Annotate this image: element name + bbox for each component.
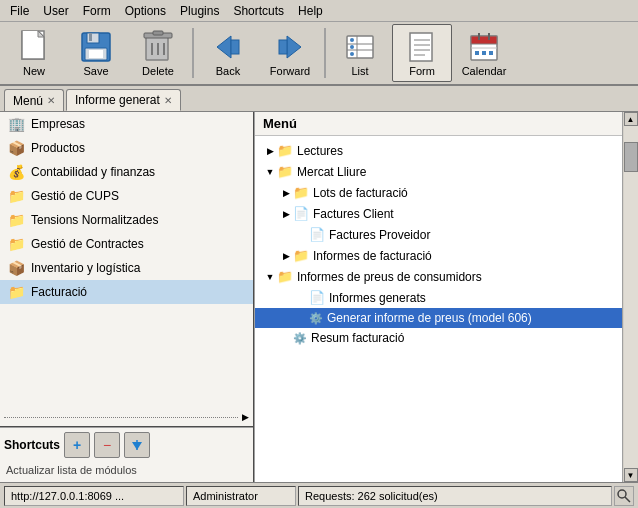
scroll-track[interactable] (624, 126, 638, 468)
menubar: File User Form Options Plugins Shortcuts… (0, 0, 638, 22)
tree-item-informes-preus[interactable]: ▼ 📁 Informes de preus de consumidors (255, 266, 622, 287)
shortcut-down-button[interactable] (124, 432, 150, 458)
list-icon (342, 29, 378, 65)
status-search-icon[interactable] (614, 486, 634, 506)
resum-icon: ⚙️ (293, 332, 307, 345)
empresas-icon: 🏢 (8, 116, 25, 132)
forward-button[interactable]: Forward (260, 24, 320, 82)
expand-arrow[interactable]: ▶ (242, 412, 249, 422)
toolbar: New Save Delete (0, 22, 638, 86)
delete-button[interactable]: Delete (128, 24, 188, 82)
menu-file[interactable]: File (4, 2, 35, 20)
back-button[interactable]: Back (198, 24, 258, 82)
scroll-up-button[interactable]: ▲ (624, 112, 638, 126)
factures-client-arrow[interactable]: ▶ (279, 207, 293, 221)
lots-arrow[interactable]: ▶ (279, 186, 293, 200)
facturacio-icon: 📁 (8, 284, 25, 300)
informes-facturacio-icon: 📁 (293, 248, 309, 263)
form-label: Form (409, 65, 435, 77)
mercat-arrow[interactable]: ▼ (263, 165, 277, 179)
tree-item-mercat[interactable]: ▼ 📁 Mercat Lliure (255, 161, 622, 182)
toolbar-sep-1 (192, 28, 194, 78)
right-panel: Menú ▶ 📁 Lectures ▼ 📁 Mercat Lliure (255, 112, 622, 482)
scroll-down-button[interactable]: ▼ (624, 468, 638, 482)
informes-facturacio-arrow[interactable]: ▶ (279, 249, 293, 263)
tensions-icon: 📁 (8, 212, 25, 228)
menu-help[interactable]: Help (292, 2, 329, 20)
shortcut-remove-button[interactable]: − (94, 432, 120, 458)
svg-point-22 (350, 45, 354, 49)
mercat-label: Mercat Lliure (297, 165, 366, 179)
svg-marker-13 (217, 36, 231, 58)
requests-label: Requests: (305, 490, 355, 502)
save-button[interactable]: Save (66, 24, 126, 82)
form-icon (404, 29, 440, 65)
shortcuts-area: Shortcuts + − Actualizar lista de módulo… (0, 426, 253, 482)
menu-options[interactable]: Options (119, 2, 172, 20)
menu-plugins[interactable]: Plugins (174, 2, 225, 20)
inventario-label: Inventario y logística (31, 261, 140, 275)
right-scrollbar[interactable]: ▲ ▼ (622, 112, 638, 482)
tree-item-lots[interactable]: ▶ 📁 Lots de facturació (255, 182, 622, 203)
svg-rect-6 (89, 50, 103, 58)
svg-rect-30 (471, 36, 497, 44)
list-item-contabilidad[interactable]: 💰 Contabilidad y finanzas (0, 160, 253, 184)
list-item-facturacio[interactable]: 📁 Facturació (0, 280, 253, 304)
svg-rect-9 (153, 31, 163, 35)
tree-item-resum[interactable]: ⚙️ Resum facturació (255, 328, 622, 348)
list-item-productos[interactable]: 📦 Productos (0, 136, 253, 160)
list-item-gestio-cups[interactable]: 📁 Gestió de CUPS (0, 184, 253, 208)
empresas-label: Empresas (31, 117, 85, 131)
delete-icon (140, 29, 176, 65)
shortcut-add-button[interactable]: + (64, 432, 90, 458)
svg-rect-34 (475, 51, 479, 55)
list-item-tensions[interactable]: 📁 Tensions Normalitzades (0, 208, 253, 232)
svg-rect-14 (231, 40, 239, 54)
inventario-icon: 📦 (8, 260, 25, 276)
tree-item-generar-informe[interactable]: ⚙️ Generar informe de preus (model 606) (255, 308, 622, 328)
menu-user[interactable]: User (37, 2, 74, 20)
calendar-button[interactable]: Calendar (454, 24, 514, 82)
menu-shortcuts[interactable]: Shortcuts (227, 2, 290, 20)
tab-informe-close[interactable]: ✕ (164, 95, 172, 106)
factures-proveidor-label: Factures Proveidor (329, 228, 430, 242)
generar-informe-arrow (295, 311, 309, 325)
list-item-gestio-contractes[interactable]: 📁 Gestió de Contractes (0, 232, 253, 256)
svg-point-39 (618, 490, 626, 498)
shortcuts-label: Shortcuts (4, 438, 60, 452)
gestio-contractes-icon: 📁 (8, 236, 25, 252)
tab-menu-close[interactable]: ✕ (47, 95, 55, 106)
tree-item-factures-client[interactable]: ▶ 📄 Factures Client (255, 203, 622, 224)
scroll-thumb[interactable] (624, 142, 638, 172)
tree-item-informes-facturacio[interactable]: ▶ 📁 Informes de facturació (255, 245, 622, 266)
gestio-contractes-label: Gestió de Contractes (31, 237, 144, 251)
svg-rect-4 (89, 33, 92, 41)
informes-preus-icon: 📁 (277, 269, 293, 284)
svg-point-21 (350, 38, 354, 42)
tab-menu[interactable]: Menú ✕ (4, 89, 64, 111)
lots-folder-icon: 📁 (293, 185, 309, 200)
tab-informe[interactable]: Informe generat ✕ (66, 89, 181, 111)
form-button[interactable]: Form (392, 24, 452, 82)
lectures-label: Lectures (297, 144, 343, 158)
contabilidad-icon: 💰 (8, 164, 25, 180)
menu-form[interactable]: Form (77, 2, 117, 20)
tree-item-factures-proveidor[interactable]: 📄 Factures Proveidor (255, 224, 622, 245)
right-header: Menú (255, 112, 622, 136)
tree-item-lectures[interactable]: ▶ 📁 Lectures (255, 140, 622, 161)
informes-generats-label: Informes generats (329, 291, 426, 305)
new-button[interactable]: New (4, 24, 64, 82)
list-button[interactable]: List (330, 24, 390, 82)
gestio-cups-icon: 📁 (8, 188, 25, 204)
lectures-arrow[interactable]: ▶ (263, 144, 277, 158)
informes-generats-arrow (295, 291, 309, 305)
update-modules-text: Actualizar lista de módulos (4, 462, 249, 478)
list-item-inventario[interactable]: 📦 Inventario y logística (0, 256, 253, 280)
save-label: Save (83, 65, 108, 77)
list-item-empresas[interactable]: 🏢 Empresas (0, 112, 253, 136)
informes-facturacio-label: Informes de facturació (313, 249, 432, 263)
tree-item-informes-generats[interactable]: 📄 Informes generats (255, 287, 622, 308)
svg-point-23 (350, 52, 354, 56)
informes-preus-arrow[interactable]: ▼ (263, 270, 277, 284)
factures-client-icon: 📄 (293, 206, 309, 221)
